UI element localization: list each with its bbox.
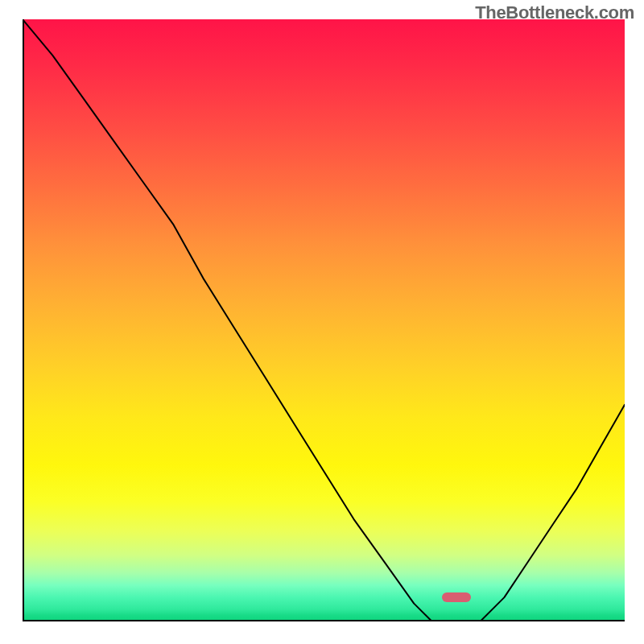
curve-svg [23, 19, 625, 621]
plot-area [23, 19, 625, 621]
bottleneck-chart: TheBottleneck.com [0, 0, 644, 644]
optimal-marker [442, 592, 471, 602]
y-axis [23, 19, 24, 621]
bottleneck-curve [23, 19, 625, 621]
x-axis [23, 620, 625, 621]
